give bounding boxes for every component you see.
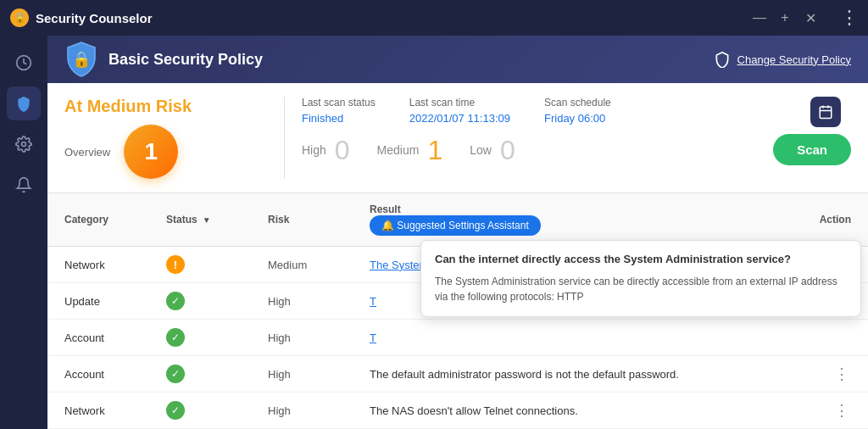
row-3-status: ✓ bbox=[166, 365, 268, 383]
severity-medium-label: Medium bbox=[377, 143, 420, 157]
sort-icon: ▼ bbox=[203, 215, 211, 225]
severity-high-label: High bbox=[302, 143, 326, 157]
last-scan-status-value: Finished bbox=[302, 112, 376, 125]
svg-point-1 bbox=[22, 142, 26, 147]
col-header-action: Action bbox=[783, 209, 851, 231]
suggested-settings-button[interactable]: 🔔 Suggested Settings Assistant bbox=[370, 215, 541, 236]
table-section: Category Status ▼ Risk Result 🔔 Suggeste… bbox=[47, 193, 868, 429]
row-0-risk: Medium bbox=[268, 259, 370, 271]
severity-row: High 0 Medium 1 Low 0 bbox=[302, 136, 515, 164]
row-3-risk: High bbox=[268, 368, 370, 381]
row-3-category: Account bbox=[64, 368, 166, 381]
severity-medium: Medium 1 bbox=[377, 136, 443, 164]
risk-section: At Medium Risk Overview 1 Last scan stat… bbox=[47, 83, 868, 193]
svg-rect-3 bbox=[820, 107, 832, 119]
top-right-actions bbox=[810, 97, 851, 127]
ok-icon: ✓ bbox=[166, 365, 185, 383]
warning-icon: ! bbox=[166, 255, 185, 274]
table-row: Network ! Medium The System Administrati… bbox=[47, 247, 868, 283]
sidebar-item-dashboard[interactable] bbox=[7, 46, 41, 80]
table-header-row: Category Status ▼ Risk Result 🔔 Suggeste… bbox=[47, 193, 868, 247]
sidebar-item-settings[interactable] bbox=[7, 127, 41, 161]
ok-icon: ✓ bbox=[166, 292, 185, 310]
row-3-action[interactable]: ⋮ bbox=[783, 365, 851, 383]
change-policy-button[interactable]: Change Security Policy bbox=[714, 51, 851, 68]
title-bar-left: 🔒 Security Counselor bbox=[10, 8, 153, 27]
tooltip-popup: Can the internet directly access the Sys… bbox=[420, 240, 861, 317]
row-3-result: The default administrator password is no… bbox=[370, 368, 783, 381]
app-title: Security Counselor bbox=[36, 11, 153, 25]
sidebar-item-notifications[interactable] bbox=[7, 168, 41, 202]
window-controls: — + ✕ ⋮ bbox=[751, 9, 858, 26]
policy-shield-icon: 🔒 bbox=[64, 41, 98, 78]
tooltip-question: Can the internet directly access the Sys… bbox=[435, 253, 847, 265]
minimize-button[interactable]: — bbox=[751, 9, 768, 26]
risk-title: At Medium Risk bbox=[64, 97, 264, 116]
maximize-button[interactable]: + bbox=[776, 9, 793, 26]
row-1-category: Update bbox=[64, 295, 166, 308]
title-bar: 🔒 Security Counselor — + ✕ ⋮ bbox=[0, 0, 868, 36]
scan-button[interactable]: Scan bbox=[773, 134, 851, 165]
severity-low-label: Low bbox=[470, 143, 492, 157]
sidebar-item-security[interactable] bbox=[7, 86, 41, 120]
last-scan-time-label: Last scan time bbox=[409, 97, 510, 109]
last-scan-time-item: Last scan time 2022/01/07 11:13:09 bbox=[409, 97, 510, 127]
severity-high-count: 0 bbox=[335, 136, 350, 164]
policy-header: 🔒 Basic Security Policy Change Security … bbox=[47, 36, 868, 83]
scan-schedule-value: Friday 06:00 bbox=[544, 112, 611, 125]
col-header-category: Category bbox=[64, 209, 166, 231]
severity-high: High 0 bbox=[302, 136, 350, 164]
severity-low-count: 0 bbox=[500, 136, 515, 164]
risk-count-circle: 1 bbox=[124, 125, 178, 179]
row-2-risk: High bbox=[268, 332, 370, 344]
ok-icon: ✓ bbox=[166, 401, 185, 420]
row-4-result: The NAS doesn't allow Telnet connections… bbox=[370, 404, 783, 417]
last-scan-status-item: Last scan status Finished bbox=[302, 97, 376, 127]
scan-schedule-item: Scan schedule Friday 06:00 bbox=[544, 97, 611, 127]
severity-low: Low 0 bbox=[470, 136, 515, 164]
overview-label: Overview bbox=[64, 146, 110, 159]
scan-schedule-label: Scan schedule bbox=[544, 97, 611, 109]
row-4-category: Network bbox=[64, 404, 166, 417]
table-row: Account ✓ High T bbox=[47, 320, 868, 356]
svg-text:🔒: 🔒 bbox=[72, 50, 92, 69]
row-4-action[interactable]: ⋮ bbox=[783, 401, 851, 420]
close-button[interactable]: ✕ bbox=[802, 9, 819, 26]
row-1-status: ✓ bbox=[166, 292, 268, 310]
risk-stats-panel: Last scan status Finished Last scan time… bbox=[285, 97, 851, 179]
severity-medium-count: 1 bbox=[427, 136, 442, 164]
policy-title: Basic Security Policy bbox=[108, 51, 263, 69]
change-policy-label: Change Security Policy bbox=[737, 53, 851, 66]
last-scan-status-label: Last scan status bbox=[302, 97, 376, 109]
table-row: Account ✓ High The default administrator… bbox=[47, 356, 868, 393]
row-4-risk: High bbox=[268, 404, 370, 417]
col-header-result: Result 🔔 Suggested Settings Assistant bbox=[370, 198, 783, 241]
risk-overview-panel: At Medium Risk Overview 1 bbox=[64, 97, 285, 179]
more-menu-button[interactable]: ⋮ bbox=[841, 9, 858, 26]
row-2-result[interactable]: T bbox=[370, 332, 783, 344]
schedule-button[interactable] bbox=[810, 97, 841, 127]
row-0-category: Network bbox=[64, 259, 166, 271]
row-4-status: ✓ bbox=[166, 401, 268, 420]
app-icon: 🔒 bbox=[10, 8, 29, 27]
last-scan-time-value: 2022/01/07 11:13:09 bbox=[409, 112, 510, 125]
table-row: Network ✓ High The NAS doesn't allow Tel… bbox=[47, 393, 868, 429]
row-0-status: ! bbox=[166, 255, 268, 274]
change-policy-icon bbox=[714, 51, 731, 68]
main-content: 🔒 Basic Security Policy Change Security … bbox=[47, 36, 868, 429]
row-2-status: ✓ bbox=[166, 328, 268, 347]
ok-icon: ✓ bbox=[166, 328, 185, 347]
scan-meta-row: Last scan status Finished Last scan time… bbox=[302, 97, 851, 127]
app-body: 🔒 Basic Security Policy Change Security … bbox=[0, 36, 868, 429]
tooltip-answer: The System Administration service can be… bbox=[435, 274, 847, 304]
col-header-risk: Risk bbox=[268, 209, 370, 231]
row-2-category: Account bbox=[64, 332, 166, 344]
row-1-risk: High bbox=[268, 295, 370, 308]
sidebar bbox=[0, 36, 47, 429]
col-header-status[interactable]: Status ▼ bbox=[166, 209, 268, 231]
policy-header-left: 🔒 Basic Security Policy bbox=[64, 41, 263, 78]
